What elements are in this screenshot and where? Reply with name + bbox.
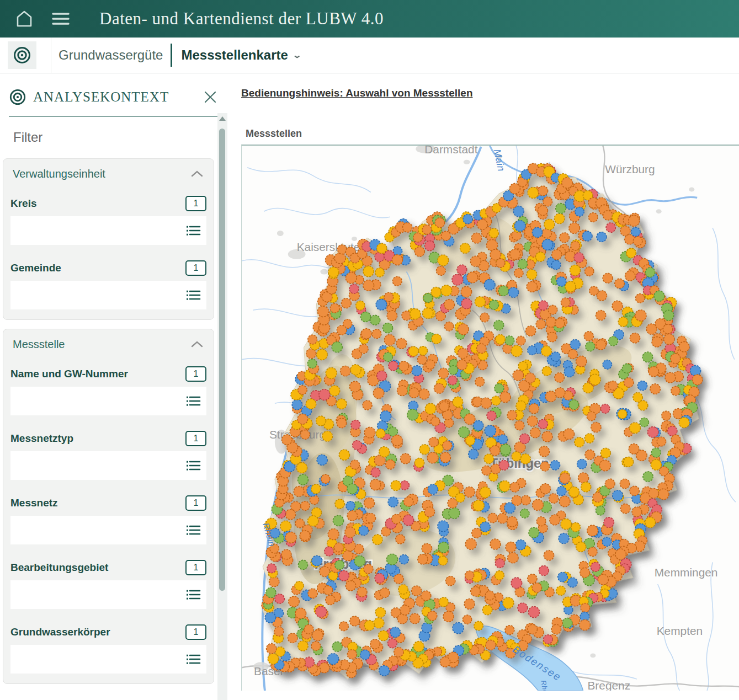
view-selector[interactable]: Messstellenkarte ⌄ <box>181 47 300 63</box>
sidebar-title: ANALYSEKONTEXT <box>33 89 202 105</box>
list-icon[interactable] <box>186 225 201 237</box>
field-label: Bearbeitungsgebiet <box>10 562 108 574</box>
panel-messstelle: Messstelle Name und GW-Nummer 1 <box>3 329 214 684</box>
map-container[interactable]: DarmstadtWürzburgKaiserslauternStrasbour… <box>241 145 739 691</box>
top-bar: Daten- und Kartendienst der LUBW 4.0 <box>0 0 739 38</box>
filter-field-messnetz: Messnetz 1 <box>10 495 206 544</box>
usage-hint-link[interactable]: Bedienungshinweis: Auswahl von Messstell… <box>241 87 473 99</box>
filter-field-gemeinde: Gemeinde 1 <box>10 260 206 309</box>
list-icon[interactable] <box>186 395 201 407</box>
chevron-up-icon[interactable] <box>190 340 204 350</box>
app-title: Daten- und Kartendienst der LUBW 4.0 <box>99 9 384 29</box>
menu-icon[interactable] <box>49 7 73 31</box>
filter-field-messnetztyp: Messnetztyp 1 <box>10 431 206 480</box>
svg-text:Würzburg: Würzburg <box>605 163 655 175</box>
context-target-icon[interactable] <box>8 41 36 69</box>
analysis-context-sidebar: ANALYSEKONTEXT Filter Verwaltungseinheit <box>0 73 227 700</box>
field-label: Gemeinde <box>10 262 61 274</box>
chevron-down-icon: ⌄ <box>292 50 302 60</box>
filter-field-grundwasserkoerper: Grundwasserkörper 1 <box>10 624 206 674</box>
field-label: Messnetztyp <box>10 432 73 445</box>
count-badge: 1 <box>185 495 206 511</box>
count-badge: 1 <box>185 624 206 640</box>
breadcrumb-context: Grundwassergüte <box>59 47 163 63</box>
sidebar-scrollbar[interactable] <box>217 113 227 700</box>
messnetz-input[interactable] <box>10 516 206 544</box>
field-label: Kreis <box>10 197 37 210</box>
kreis-input[interactable] <box>10 216 206 245</box>
filter-field-kreis: Kreis 1 <box>10 196 206 245</box>
scroll-up-arrow-icon[interactable] <box>219 116 226 121</box>
list-icon[interactable] <box>186 653 201 665</box>
field-label: Name und GW-Nummer <box>10 368 128 380</box>
messnetztyp-input[interactable] <box>10 451 206 480</box>
count-badge: 1 <box>185 260 206 276</box>
panel-title: Messstelle <box>13 338 65 351</box>
map-canvas[interactable]: DarmstadtWürzburgKaiserslauternStrasbour… <box>242 146 739 691</box>
svg-text:Memmingen: Memmingen <box>655 566 718 579</box>
appbar-separator <box>51 38 51 73</box>
panel-title: Verwaltungseinheit <box>13 168 105 180</box>
count-badge: 1 <box>185 196 206 211</box>
count-badge: 1 <box>185 431 206 446</box>
breadcrumb-divider <box>171 44 172 67</box>
filter-scroll-area: Filter Verwaltungseinheit Kreis 1 <box>0 113 217 700</box>
list-icon[interactable] <box>186 459 201 472</box>
close-icon[interactable] <box>202 89 219 105</box>
list-icon[interactable] <box>186 589 201 601</box>
home-icon[interactable] <box>12 7 36 31</box>
count-badge: 1 <box>185 560 206 575</box>
main-area: Bedienungshinweis: Auswahl von Messstell… <box>227 73 739 700</box>
filter-section-label: Filter <box>13 130 217 145</box>
chevron-up-icon[interactable] <box>190 169 204 179</box>
svg-text:Kempten: Kempten <box>657 624 703 637</box>
count-badge: 1 <box>185 366 206 382</box>
filter-field-bearbeitungsgebiet: Bearbeitungsgebiet 1 <box>10 560 206 609</box>
list-icon[interactable] <box>186 289 201 301</box>
gemeinde-input[interactable] <box>10 281 206 309</box>
name-gw-nummer-input[interactable] <box>10 387 206 415</box>
field-label: Grundwasserkörper <box>10 626 110 638</box>
target-icon <box>9 88 26 106</box>
list-icon[interactable] <box>186 524 201 536</box>
scrollbar-thumb[interactable] <box>219 129 225 591</box>
svg-text:Bregenz: Bregenz <box>587 679 630 691</box>
svg-text:Darmstadt: Darmstadt <box>424 146 477 156</box>
grundwasserkoerper-input[interactable] <box>10 645 206 674</box>
bearbeitungsgebiet-input[interactable] <box>10 580 206 609</box>
map-section-label: Messstellen <box>246 128 739 140</box>
filter-field-name-gw-nummer: Name und GW-Nummer 1 <box>10 366 206 415</box>
view-selector-label: Messstellenkarte <box>181 47 288 63</box>
field-label: Messnetz <box>10 497 58 509</box>
panel-verwaltungseinheit: Verwaltungseinheit Kreis 1 <box>3 158 214 320</box>
app-bar: Grundwassergüte Messstellenkarte ⌄ <box>0 38 739 73</box>
